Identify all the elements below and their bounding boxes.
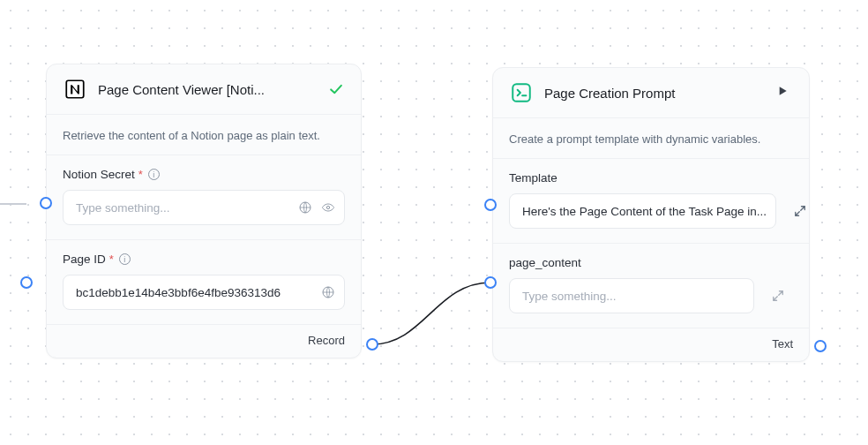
check-icon xyxy=(327,80,345,98)
required-mark: * xyxy=(109,253,114,266)
globe-icon[interactable] xyxy=(298,200,312,215)
field-notion-secret: Notion Secret * i Type something... xyxy=(47,155,361,239)
field-template: Template Here's the Page Content of the … xyxy=(493,158,809,243)
template-input[interactable]: Here's the Page Content of the Task Page… xyxy=(509,193,776,229)
field-label: page_content xyxy=(509,256,793,269)
page-id-input[interactable]: bc1debb1e14b4e3bbf6e4fbe936313d6 xyxy=(63,275,345,310)
svg-rect-4 xyxy=(513,84,530,102)
field-label: Template xyxy=(509,171,793,185)
input-value: Here's the Page Content of the Task Page… xyxy=(522,205,767,218)
port-left-input[interactable] xyxy=(40,197,52,209)
card-title: Page Creation Prompt xyxy=(544,86,765,101)
input-value: bc1debb1e14b4e3bbf6e4fbe936313d6 xyxy=(76,286,314,299)
expand-icon[interactable] xyxy=(785,196,815,226)
field-page-id: Page ID * i bc1debb1e14b4e3bbf6e4fbe9363… xyxy=(47,239,361,324)
port-left-input-2[interactable] xyxy=(20,276,33,289)
page-content-input[interactable]: Type something... xyxy=(509,278,754,313)
input-placeholder: Type something... xyxy=(522,290,745,303)
field-page-content: page_content Type something... xyxy=(493,243,809,328)
info-icon[interactable]: i xyxy=(119,253,131,265)
card-description: Create a prompt template with dynamic va… xyxy=(493,118,809,158)
svg-point-2 xyxy=(326,206,329,208)
info-icon[interactable]: i xyxy=(148,169,160,180)
field-label: Notion Secret * i xyxy=(63,168,345,181)
eye-icon[interactable] xyxy=(321,200,335,215)
label-text: page_content xyxy=(509,256,581,269)
card-header: Page Content Viewer [Noti... xyxy=(47,64,361,114)
port-right-input-page-content[interactable] xyxy=(484,276,497,289)
notion-secret-input[interactable]: Type something... xyxy=(63,190,345,225)
port-left-output-record[interactable] xyxy=(366,338,378,351)
required-mark: * xyxy=(138,168,143,181)
card-title: Page Content Viewer [Noti... xyxy=(98,82,317,97)
port-right-output-text[interactable] xyxy=(814,340,827,352)
expand-icon[interactable] xyxy=(763,281,793,311)
card-description: Retrieve the content of a Notion page as… xyxy=(47,115,361,155)
notion-icon xyxy=(63,77,87,102)
globe-icon[interactable] xyxy=(321,285,335,299)
port-right-input-template[interactable] xyxy=(484,199,497,211)
output-label: Record xyxy=(308,334,345,347)
output-label: Text xyxy=(772,337,793,351)
field-label: Page ID * i xyxy=(63,253,345,266)
input-placeholder: Type something... xyxy=(76,201,291,215)
card-footer: Text xyxy=(493,328,809,361)
label-text: Page ID xyxy=(63,253,106,266)
play-icon[interactable] xyxy=(775,84,793,102)
label-text: Template xyxy=(509,171,557,185)
card-footer: Record xyxy=(47,324,361,358)
incoming-edge-stub xyxy=(0,203,26,205)
node-page-creation-prompt[interactable]: Page Creation Prompt Create a prompt tem… xyxy=(492,67,810,362)
card-header: Page Creation Prompt xyxy=(493,68,809,117)
label-text: Notion Secret xyxy=(63,168,135,181)
prompt-icon xyxy=(509,80,534,105)
node-page-content-viewer[interactable]: Page Content Viewer [Noti... Retrieve th… xyxy=(46,64,362,358)
